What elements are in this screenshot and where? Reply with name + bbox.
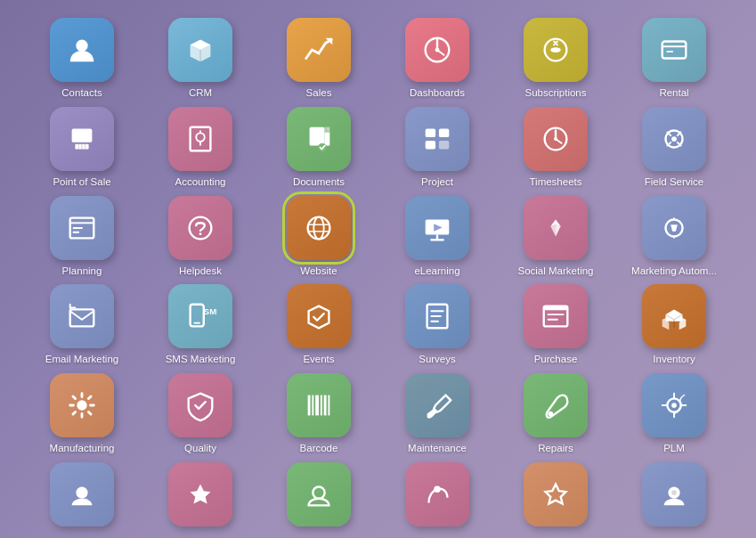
app-item-sms-marketing[interactable]: SMSSMS Marketing — [145, 284, 256, 366]
app-label-social-marketing: Social Marketing — [517, 265, 593, 278]
app-icon-purchase — [524, 284, 588, 348]
app-label-documents: Documents — [293, 176, 345, 189]
svg-rect-50 — [70, 310, 94, 327]
app-item-inventory[interactable]: Inventory — [619, 284, 730, 366]
app-item-surveys[interactable]: Surveys — [382, 284, 493, 366]
app-item-contacts[interactable]: Contacts — [27, 18, 138, 100]
svg-point-30 — [554, 137, 557, 141]
app-label-planning: Planning — [62, 265, 102, 278]
app-item-social-marketing[interactable]: Social Marketing — [500, 196, 612, 278]
app-label-email-marketing: Email Marketing — [45, 354, 118, 366]
app-label-website: Website — [300, 265, 337, 278]
app-item-barcode[interactable]: Barcode — [264, 373, 375, 455]
app-icon-app34 — [405, 462, 469, 526]
app-item-app32[interactable] — [145, 462, 256, 532]
app-label-maintenance: Maintenance — [408, 443, 467, 455]
app-label-sales: Sales — [306, 87, 332, 100]
svg-rect-9 — [72, 128, 93, 142]
app-item-website[interactable]: Website — [264, 196, 375, 278]
app-item-plm[interactable]: PLM — [619, 373, 730, 455]
app-icon-contacts — [50, 18, 114, 82]
app-icon-crm — [168, 18, 232, 82]
svg-rect-68 — [315, 395, 319, 416]
svg-point-75 — [76, 486, 87, 498]
app-item-manufacturing[interactable]: Manufacturing — [27, 373, 138, 455]
svg-rect-21 — [325, 132, 330, 145]
app-item-point-of-sale[interactable]: Point of Sale — [27, 107, 138, 189]
app-item-maintenance[interactable]: Maintenance — [382, 373, 493, 455]
svg-point-0 — [76, 40, 87, 52]
app-icon-barcode — [287, 373, 351, 437]
app-icon-accounting — [168, 107, 232, 171]
app-label-project: Project — [421, 176, 453, 189]
svg-rect-69 — [321, 395, 322, 416]
app-item-planning[interactable]: Planning — [27, 196, 138, 278]
app-item-app31[interactable] — [27, 462, 138, 532]
app-item-sales[interactable]: Sales — [264, 18, 375, 100]
app-icon-sales — [287, 18, 351, 82]
app-label-elearning: eLearning — [414, 265, 459, 278]
svg-rect-26 — [439, 141, 449, 150]
app-item-rental[interactable]: Rental — [619, 18, 730, 100]
app-item-quality[interactable]: Quality — [145, 373, 256, 455]
app-item-repairs[interactable]: Repairs — [500, 373, 612, 455]
app-label-events: Events — [303, 354, 334, 366]
svg-rect-70 — [324, 395, 327, 416]
app-item-project[interactable]: Project — [382, 107, 493, 189]
svg-point-65 — [77, 400, 86, 410]
svg-point-39 — [308, 216, 330, 239]
app-item-elearning[interactable]: eLearning — [382, 196, 493, 278]
app-label-rental: Rental — [659, 87, 688, 100]
svg-rect-71 — [328, 395, 329, 416]
svg-point-77 — [434, 485, 441, 493]
app-icon-manufacturing — [50, 373, 114, 437]
app-icon-rental — [642, 18, 706, 82]
app-item-marketing-autom[interactable]: Marketing Autom... — [619, 196, 730, 278]
app-icon-marketing-autom — [642, 196, 706, 260]
app-icon-app33 — [287, 462, 351, 526]
app-item-dashboards[interactable]: Dashboards — [382, 18, 493, 100]
app-item-app33[interactable] — [264, 462, 375, 532]
svg-point-37 — [190, 216, 212, 239]
app-item-app36[interactable] — [619, 462, 730, 532]
app-item-documents[interactable]: Documents — [264, 107, 375, 189]
svg-point-76 — [313, 486, 324, 498]
app-item-purchase[interactable]: Purchase — [500, 284, 612, 366]
app-item-events[interactable]: Events — [264, 284, 375, 366]
app-item-timesheets[interactable]: Timesheets — [500, 107, 612, 189]
svg-rect-20 — [325, 126, 330, 132]
svg-rect-24 — [439, 128, 449, 137]
app-icon-point-of-sale — [50, 107, 114, 171]
app-label-field-service: Field Service — [645, 176, 703, 189]
app-label-helpdesk: Helpdesk — [179, 265, 222, 278]
svg-point-15 — [196, 133, 205, 142]
app-item-field-service[interactable]: Field Service — [619, 107, 730, 189]
app-icon-repairs — [524, 373, 588, 437]
svg-point-40 — [313, 216, 323, 239]
app-item-subscriptions[interactable]: Subscriptions — [500, 18, 612, 100]
app-label-point-of-sale: Point of Sale — [53, 176, 110, 189]
app-icon-app36 — [642, 462, 706, 526]
app-item-app34[interactable] — [382, 462, 493, 532]
app-icon-social-marketing — [524, 196, 588, 260]
svg-rect-66 — [308, 395, 311, 416]
app-icon-elearning — [405, 196, 469, 260]
app-item-app35[interactable] — [500, 462, 612, 532]
app-icon-app31 — [50, 462, 114, 526]
app-item-helpdesk[interactable]: Helpdesk — [145, 196, 256, 278]
app-item-email-marketing[interactable]: Email Marketing — [27, 284, 138, 366]
app-grid: ContactsCRMSalesDashboardsSubscriptionsR… — [18, 9, 739, 538]
app-label-timesheets: Timesheets — [529, 176, 581, 189]
app-icon-sms-marketing: SMS — [168, 284, 232, 348]
svg-rect-23 — [426, 128, 435, 137]
app-icon-email-marketing — [50, 284, 114, 348]
svg-rect-18 — [310, 126, 325, 145]
app-item-accounting[interactable]: Accounting — [145, 107, 256, 189]
app-label-surveys: Surveys — [419, 354, 456, 366]
app-icon-website — [287, 196, 351, 260]
app-icon-quality — [168, 373, 232, 437]
app-icon-plm — [642, 373, 706, 437]
app-item-crm[interactable]: CRM — [145, 18, 256, 100]
app-label-dashboards: Dashboards — [410, 87, 465, 100]
svg-point-22 — [318, 143, 327, 152]
